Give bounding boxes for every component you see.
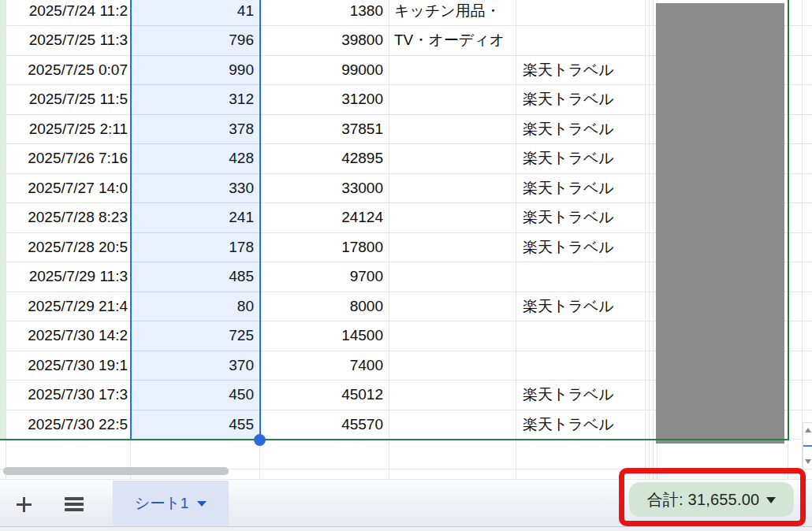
cell-amount[interactable]: 39800 <box>260 26 389 55</box>
cell-amount[interactable]: 37851 <box>260 115 389 144</box>
cell-quantity[interactable]: 725 <box>131 321 260 351</box>
cell-datetime[interactable]: 2025/7/28 20:5 <box>6 233 131 262</box>
sum-chip[interactable]: 合計: 31,655.00 <box>629 482 794 517</box>
cell[interactable] <box>803 233 812 262</box>
cell[interactable] <box>803 470 812 480</box>
cell-shop[interactable] <box>516 440 646 469</box>
cell-quantity[interactable]: 370 <box>131 351 260 381</box>
cell-category[interactable]: TV・オーディオ <box>389 26 516 55</box>
cell-category[interactable] <box>389 470 516 480</box>
cell[interactable] <box>788 262 803 291</box>
cell-category[interactable] <box>389 292 516 321</box>
cell[interactable] <box>788 233 803 262</box>
cell-category[interactable] <box>389 381 516 410</box>
cell-category[interactable] <box>389 440 516 469</box>
cell-datetime[interactable]: 2025/7/29 11:3 <box>6 262 131 291</box>
cell-quantity[interactable]: 450 <box>131 381 260 410</box>
cell-amount[interactable]: 24124 <box>260 203 389 232</box>
cell-amount[interactable] <box>260 470 389 480</box>
cell[interactable] <box>788 144 803 173</box>
triangle-up-icon[interactable] <box>805 428 811 433</box>
cell-datetime[interactable]: 2025/7/30 14:2 <box>6 321 131 351</box>
cell-shop[interactable]: 楽天トラベル <box>516 233 646 262</box>
cell-shop[interactable] <box>516 321 646 351</box>
cell-quantity[interactable]: 41 <box>131 0 260 25</box>
cell[interactable] <box>788 440 803 469</box>
cell-datetime[interactable]: 2025/7/25 0:07 <box>6 56 131 85</box>
cell-category[interactable] <box>389 410 516 440</box>
cell-amount[interactable]: 45012 <box>260 381 389 410</box>
cell-datetime[interactable]: 2025/7/30 19:1 <box>6 351 131 381</box>
cell-shop[interactable]: 楽天トラベル <box>516 115 646 144</box>
cell-row-marker[interactable] <box>0 381 6 410</box>
cell-amount[interactable]: 42895 <box>260 144 389 173</box>
cell-quantity[interactable]: 241 <box>131 203 260 232</box>
cell[interactable] <box>803 321 812 351</box>
cell-row-marker[interactable] <box>0 292 6 321</box>
cell[interactable] <box>657 440 788 469</box>
vertical-scrollbar[interactable] <box>803 422 812 469</box>
cell[interactable] <box>788 174 803 203</box>
cell-row-marker[interactable] <box>0 174 6 203</box>
cell-amount[interactable]: 99000 <box>260 56 389 85</box>
cell-quantity[interactable]: 330 <box>131 174 260 203</box>
cell-category[interactable] <box>389 56 516 85</box>
scrollbar-thumb[interactable] <box>803 445 812 447</box>
cell-category[interactable] <box>389 262 516 291</box>
cell[interactable] <box>788 56 803 85</box>
cell-quantity[interactable]: 312 <box>131 85 260 114</box>
cell[interactable] <box>657 470 788 480</box>
cell-datetime[interactable]: 2025/7/25 11:3 <box>6 26 131 55</box>
triangle-down-icon[interactable] <box>805 459 811 464</box>
cell-datetime[interactable] <box>6 440 131 469</box>
cell-datetime[interactable]: 2025/7/25 2:11 <box>6 115 131 144</box>
cell-quantity[interactable]: 485 <box>131 262 260 291</box>
cell-datetime[interactable]: 2025/7/27 14:0 <box>6 174 131 203</box>
cell[interactable] <box>803 26 812 55</box>
cell-quantity[interactable]: 428 <box>131 144 260 173</box>
sheet-grid-area[interactable]: 2025/7/24 11:2411380キッチン用品・2025/7/25 11:… <box>0 0 812 479</box>
add-sheet-button[interactable] <box>13 493 35 515</box>
cell-shop[interactable]: 楽天トラベル <box>516 203 646 232</box>
cell-amount[interactable]: 8000 <box>260 292 389 321</box>
cell-datetime[interactable]: 2025/7/28 8:23 <box>6 203 131 232</box>
cell-shop[interactable] <box>516 0 646 25</box>
cell[interactable] <box>788 26 803 55</box>
cell-row-marker[interactable] <box>0 85 6 114</box>
cell-amount[interactable]: 45570 <box>260 410 389 440</box>
cell-shop[interactable]: 楽天トラベル <box>516 174 646 203</box>
cell-row-marker[interactable] <box>0 144 6 173</box>
cell[interactable] <box>803 351 812 381</box>
cell-row-marker[interactable] <box>0 321 6 351</box>
cell-category[interactable] <box>389 115 516 144</box>
cell-shop[interactable] <box>516 351 646 381</box>
cell[interactable] <box>788 115 803 144</box>
cell-shop[interactable] <box>516 262 646 291</box>
cell[interactable] <box>803 56 812 85</box>
all-sheets-button[interactable] <box>63 493 85 515</box>
cell-amount[interactable]: 1380 <box>260 0 389 25</box>
cell-category[interactable] <box>389 351 516 381</box>
cell-amount[interactable]: 14500 <box>260 321 389 351</box>
cell-quantity[interactable]: 378 <box>131 115 260 144</box>
cell-row-marker[interactable] <box>0 410 6 440</box>
cell-datetime[interactable]: 2025/7/25 11:5 <box>6 85 131 114</box>
cell-category[interactable] <box>389 144 516 173</box>
cell-row-marker[interactable] <box>0 203 6 232</box>
cell-shop[interactable] <box>516 470 646 480</box>
cell-datetime[interactable]: 2025/7/30 17:3 <box>6 381 131 410</box>
cell[interactable] <box>788 321 803 351</box>
cell[interactable] <box>788 410 803 440</box>
horizontal-scrollbar[interactable] <box>3 467 229 475</box>
cell-quantity[interactable]: 796 <box>131 26 260 55</box>
cell-row-marker[interactable] <box>0 440 6 469</box>
cell[interactable] <box>788 292 803 321</box>
cell-row-marker[interactable] <box>0 262 6 291</box>
cell-shop[interactable]: 楽天トラベル <box>516 144 646 173</box>
cell-amount[interactable]: 31200 <box>260 85 389 114</box>
cell-quantity[interactable]: 455 <box>131 410 260 440</box>
cell[interactable] <box>803 381 812 410</box>
cell-category[interactable] <box>389 85 516 114</box>
cell[interactable] <box>803 85 812 114</box>
cell-row-marker[interactable] <box>0 351 6 381</box>
